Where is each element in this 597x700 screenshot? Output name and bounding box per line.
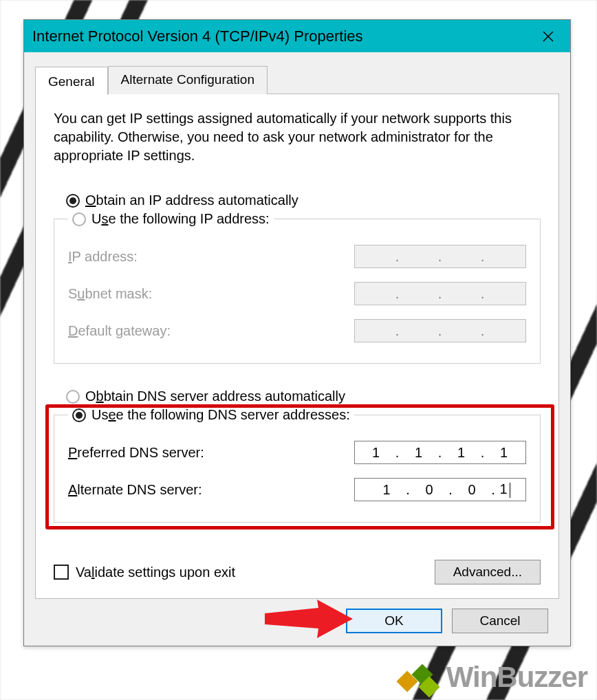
ipv4-properties-dialog: Internet Protocol Version 4 (TCP/IPv4) P… — [23, 19, 571, 646]
radio-label: Usee the following DNS server addresses: — [91, 407, 350, 423]
titlebar: Internet Protocol Version 4 (TCP/IPv4) P… — [24, 20, 570, 52]
row-alternate-dns: Alternate DNS server: 1. 0. 0. 1 — [68, 471, 526, 508]
ip-address-input: ... — [354, 245, 526, 268]
row-subnet: Subnet mask: ... — [68, 275, 526, 312]
watermark: WinBuzzer — [395, 660, 587, 694]
gateway-label: Default gateway: — [68, 323, 354, 339]
dns-manual-fieldset: Usee the following DNS server addresses:… — [54, 407, 541, 523]
radio-label: Obtain an IP address automatically — [85, 193, 298, 208]
preferred-dns-input[interactable]: 1. 1. 1. 1 — [354, 441, 526, 464]
radio-icon — [72, 408, 86, 422]
row-preferred-dns: Preferred DNS server: 1. 1. 1. 1 — [68, 434, 526, 471]
row-gateway: Default gateway: ... — [68, 312, 526, 349]
dialog-body: General Alternate Configuration You can … — [24, 52, 570, 646]
radio-obtain-dns-auto[interactable]: Obbtain DNS server address automatically — [54, 386, 541, 407]
radio-use-ip[interactable]: Use the following IP address: — [68, 211, 274, 227]
general-panel: You can get IP settings assigned automat… — [35, 94, 559, 599]
row-ip-address: IP address: ... — [68, 238, 526, 275]
watermark-text: WinBuzzer — [446, 661, 587, 694]
dns-group: Obbtain DNS server address automatically… — [54, 386, 541, 538]
subnet-input: ... — [354, 282, 526, 305]
ip-address-group: Obtain an IP address automatically Use t… — [54, 190, 541, 379]
dialog-footer: OK Cancel — [35, 599, 559, 636]
tab-alternate[interactable]: Alternate Configuration — [108, 66, 268, 94]
text-cursor — [510, 483, 510, 498]
ip-address-label: IP address: — [68, 249, 354, 265]
radio-icon — [66, 390, 80, 404]
radio-icon — [72, 212, 86, 226]
close-icon — [542, 30, 554, 43]
radio-label: Use the following IP address: — [91, 211, 270, 227]
ip-manual-fieldset: Use the following IP address: IP address… — [54, 211, 541, 364]
alternate-dns-label: Alternate DNS server: — [68, 482, 354, 498]
bottom-row: Validate settings upon exit Advanced... — [54, 560, 541, 584]
window-title: Internet Protocol Version 4 (TCP/IPv4) P… — [32, 28, 534, 45]
ok-button[interactable]: OK — [346, 609, 442, 633]
radio-label: Obbtain DNS server address automatically — [85, 389, 345, 404]
gateway-input: ... — [354, 319, 526, 342]
advanced-button[interactable]: Advanced... — [435, 560, 541, 584]
subnet-label: Subnet mask: — [68, 286, 354, 302]
radio-obtain-ip-auto[interactable]: Obtain an IP address automatically — [54, 190, 541, 211]
tab-general[interactable]: General — [35, 67, 108, 95]
preferred-dns-label: Preferred DNS server: — [68, 445, 354, 461]
tab-strip: General Alternate Configuration — [35, 66, 559, 94]
radio-use-dns[interactable]: Usee the following DNS server addresses: — [68, 407, 354, 423]
intro-text: You can get IP settings assigned automat… — [54, 109, 541, 165]
watermark-logo-icon — [395, 660, 439, 694]
alternate-dns-input[interactable]: 1. 0. 0. 1 — [354, 478, 526, 501]
radio-icon — [66, 194, 80, 208]
close-button[interactable] — [534, 23, 562, 50]
validate-label: Validate settings upon exit — [76, 565, 435, 580]
validate-checkbox[interactable] — [54, 565, 69, 580]
cancel-button[interactable]: Cancel — [452, 609, 548, 633]
